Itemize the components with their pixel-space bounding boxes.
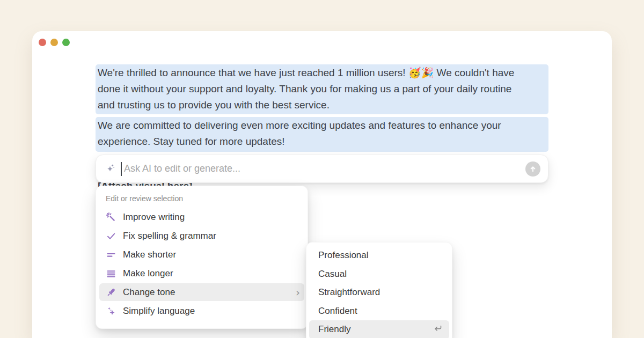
submenu-item-straightforward[interactable]: Straightforward	[306, 283, 452, 302]
enter-key-icon	[432, 322, 444, 337]
menu-section-header: Edit or review selection	[96, 186, 308, 203]
submenu-item-label: Friendly	[318, 324, 350, 335]
menu-item-fix-spelling[interactable]: Fix spelling & grammar	[96, 226, 308, 245]
paragraph-line: and trusting us to provide you with the …	[98, 97, 545, 113]
paragraph-line: We're thrilled to announce that we have …	[98, 65, 545, 81]
two-lines-icon	[106, 249, 116, 260]
selected-paragraph-1[interactable]: We're thrilled to announce that we have …	[96, 64, 548, 114]
ai-sparkle-icon	[105, 163, 116, 175]
zoom-window-button[interactable]	[62, 39, 70, 46]
change-tone-submenu: Professional Casual Straightforward Conf…	[306, 242, 452, 338]
ai-prompt-input[interactable]: Ask AI to edit or generate...	[124, 163, 525, 174]
microphone-icon	[106, 287, 116, 298]
menu-item-label: Fix spelling & grammar	[123, 231, 216, 241]
menu-list: Improve writing Fix spelling & grammar M…	[96, 208, 308, 320]
text-cursor	[121, 162, 122, 176]
arrow-up-icon	[529, 165, 537, 173]
submenu-item-casual[interactable]: Casual	[306, 265, 452, 284]
selected-paragraph-2[interactable]: We are committed to delivering even more…	[96, 117, 548, 152]
checkmark-icon	[106, 231, 116, 241]
paragraph-line: experience. Stay tuned for more updates!	[98, 134, 545, 150]
menu-item-make-shorter[interactable]: Make shorter	[96, 245, 308, 264]
submenu-item-confident[interactable]: Confident	[306, 302, 452, 321]
menu-item-label: Make shorter	[123, 249, 176, 260]
close-window-button[interactable]	[39, 39, 46, 46]
submenu-item-professional[interactable]: Professional	[306, 246, 452, 265]
submenu-item-label: Casual	[318, 269, 347, 280]
menu-item-label: Improve writing	[123, 212, 185, 223]
submenu-chevron-icon: ›	[296, 287, 300, 298]
four-lines-icon	[106, 268, 116, 279]
menu-item-label: Make longer	[123, 268, 173, 279]
magic-burst-icon	[106, 212, 116, 223]
submenu-item-label: Confident	[318, 306, 357, 317]
menu-item-label: Simplify language	[123, 306, 195, 317]
menu-item-improve-writing[interactable]: Improve writing	[96, 208, 308, 226]
menu-item-change-tone[interactable]: Change tone ›	[99, 283, 304, 301]
ai-edit-menu: Edit or review selection Improve writing	[96, 186, 308, 329]
menu-item-make-longer[interactable]: Make longer	[96, 264, 308, 283]
ai-prompt-bar[interactable]: Ask AI to edit or generate...	[96, 155, 548, 183]
send-button[interactable]	[525, 161, 540, 177]
menu-item-label: Change tone	[123, 287, 175, 298]
sparkles-icon	[106, 306, 116, 317]
submenu-item-friendly[interactable]: Friendly	[309, 320, 449, 338]
paragraph-line: done it without your support and loyalty…	[98, 81, 545, 97]
paragraph-line: We are committed to delivering even more…	[98, 117, 545, 134]
menu-item-simplify-language[interactable]: Simplify language	[96, 302, 308, 320]
submenu-item-label: Professional	[318, 250, 369, 261]
submenu-item-label: Straightforward	[318, 287, 380, 298]
minimize-window-button[interactable]	[50, 39, 58, 46]
